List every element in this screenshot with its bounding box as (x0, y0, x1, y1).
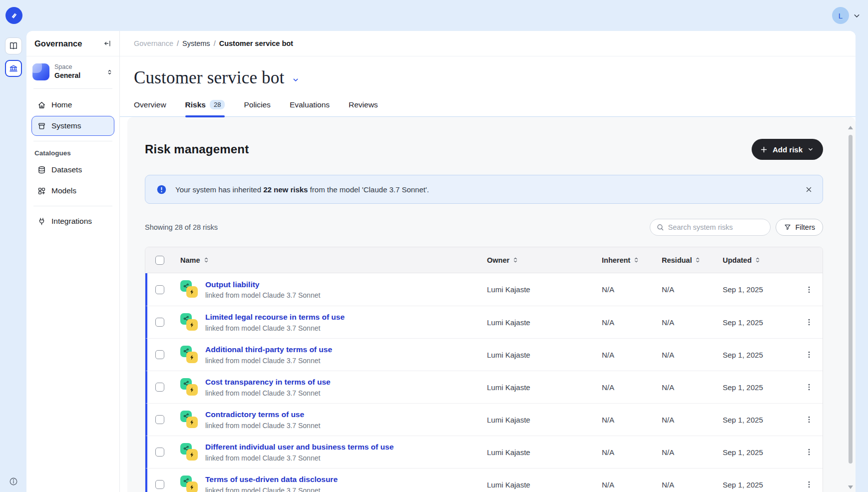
risk-linked-from-text: linked from model Claude 3.7 Sonnet (205, 453, 394, 463)
sidebar-item-datasets[interactable]: Datasets (31, 160, 114, 180)
banner-close-button[interactable] (805, 186, 813, 193)
home-icon (37, 100, 46, 110)
row-menu-button[interactable] (803, 380, 816, 394)
sidebar-item-label: Datasets (51, 165, 82, 174)
vertical-scrollbar[interactable] (847, 125, 854, 492)
row-checkbox[interactable] (155, 415, 164, 424)
user-menu-chevron-icon[interactable] (853, 11, 861, 20)
risk-type-badges (180, 345, 199, 364)
risk-management-heading: Risk management (145, 142, 249, 156)
system-risk-bolt-icon (186, 286, 198, 298)
sidebar-item-integrations[interactable]: Integrations (31, 211, 114, 231)
select-all-checkbox[interactable] (155, 256, 164, 265)
sort-icon (755, 256, 760, 264)
column-header-updated[interactable]: Updated (723, 256, 795, 264)
search-input[interactable] (668, 223, 764, 231)
tab-label: Policies (244, 100, 270, 109)
book-icon (8, 41, 18, 51)
kebab-icon (805, 480, 814, 490)
column-header-inherent[interactable]: Inherent (602, 256, 652, 264)
search-risks-field (650, 219, 771, 236)
row-menu-button[interactable] (803, 413, 816, 427)
title-chevron-down-icon[interactable] (292, 76, 300, 84)
app-window: Governance Space General (26, 31, 856, 492)
updated-cell: Sep 1, 2025 (713, 481, 795, 489)
info-icon (9, 477, 18, 486)
library-rail-button[interactable] (5, 37, 22, 54)
updated-cell: Sep 1, 2025 (713, 448, 795, 457)
breadcrumb-current: Customer service bot (219, 39, 293, 47)
risk-type-badges (180, 475, 199, 492)
row-checkbox[interactable] (155, 448, 164, 457)
search-icon (656, 223, 664, 231)
sidebar-item-systems[interactable]: Systems (31, 116, 114, 136)
logo-icon (9, 10, 19, 20)
risk-name-link[interactable]: Different individual user and business t… (205, 443, 394, 451)
sidebar-collapse-button[interactable] (103, 39, 112, 48)
sort-icon (634, 256, 639, 264)
risk-name-link[interactable]: Limited legal recourse in terms of use (205, 313, 345, 321)
kebab-icon (805, 447, 814, 457)
filters-button[interactable]: Filters (776, 219, 823, 236)
sidebar-item-label: Systems (51, 121, 81, 130)
tab-policies[interactable]: Policies (244, 100, 270, 116)
collapse-left-icon (103, 39, 112, 48)
governance-rail-button[interactable] (5, 60, 22, 77)
row-checkbox[interactable] (155, 285, 164, 294)
tab-risks[interactable]: Risks 28 (185, 100, 225, 116)
residual-cell: N/A (652, 448, 713, 457)
tab-overview[interactable]: Overview (134, 100, 166, 116)
row-checkbox[interactable] (155, 383, 164, 392)
row-checkbox[interactable] (155, 350, 164, 359)
sidebar-item-label: Home (51, 100, 72, 109)
row-menu-button[interactable] (803, 315, 816, 329)
main-content: Governance / Systems / Customer service … (120, 31, 856, 492)
risk-name-link[interactable]: Contradictory terms of use (205, 410, 304, 419)
results-count-text: Showing 28 of 28 risks (145, 223, 218, 231)
tab-label: Evaluations (290, 100, 330, 109)
risk-name-link[interactable]: Output liability (205, 280, 260, 289)
chevron-down-icon (807, 146, 814, 153)
row-checkbox[interactable] (155, 318, 164, 327)
sidebar-item-home[interactable]: Home (31, 95, 114, 115)
user-avatar[interactable]: L (832, 7, 849, 24)
row-menu-button[interactable] (803, 283, 816, 297)
row-menu-button[interactable] (803, 348, 816, 362)
sort-icon (204, 256, 209, 264)
tab-reviews[interactable]: Reviews (349, 100, 378, 116)
row-checkbox[interactable] (155, 480, 164, 489)
info-filled-icon (156, 184, 167, 195)
owner-cell: Lumi Kajaste (477, 416, 592, 424)
breadcrumb-item[interactable]: Governance (134, 39, 173, 47)
scrollbar-thumb[interactable] (849, 135, 853, 464)
risk-name-link[interactable]: Additional third-party terms of use (205, 345, 332, 354)
column-header-name[interactable]: Name (180, 256, 209, 264)
system-risk-bolt-icon (186, 319, 198, 331)
kebab-icon (805, 382, 814, 392)
help-info-button[interactable] (9, 477, 18, 486)
tab-evaluations[interactable]: Evaluations (290, 100, 330, 116)
risk-name-link[interactable]: Terms of use-driven data disclosure (205, 475, 338, 484)
row-menu-button[interactable] (803, 445, 816, 459)
sidebar-item-models[interactable]: Models (31, 181, 114, 201)
risk-type-badges (180, 378, 199, 397)
risk-name-link[interactable]: Cost transparency in terms of use (205, 378, 331, 386)
risk-panel: Risk management Add risk (127, 117, 856, 492)
updated-cell: Sep 1, 2025 (713, 383, 795, 392)
scroll-down-arrow[interactable] (848, 486, 853, 489)
space-selector[interactable]: Space General (32, 63, 113, 80)
column-label: Residual (662, 256, 692, 264)
updated-cell: Sep 1, 2025 (713, 318, 795, 327)
table-row: Terms of use-driven data disclosure link… (145, 468, 823, 492)
risk-type-badges (180, 443, 199, 462)
brand-logo[interactable] (5, 7, 22, 24)
add-risk-button[interactable]: Add risk (752, 139, 823, 160)
kebab-icon (805, 285, 814, 295)
row-menu-button[interactable] (803, 478, 816, 492)
column-header-owner[interactable]: Owner (487, 256, 592, 264)
breadcrumb-item[interactable]: Systems (182, 39, 210, 47)
scroll-up-arrow[interactable] (848, 126, 853, 129)
risk-linked-from-text: linked from model Claude 3.7 Sonnet (205, 421, 320, 431)
column-header-residual[interactable]: Residual (662, 256, 713, 264)
breadcrumb-separator: / (177, 39, 179, 47)
